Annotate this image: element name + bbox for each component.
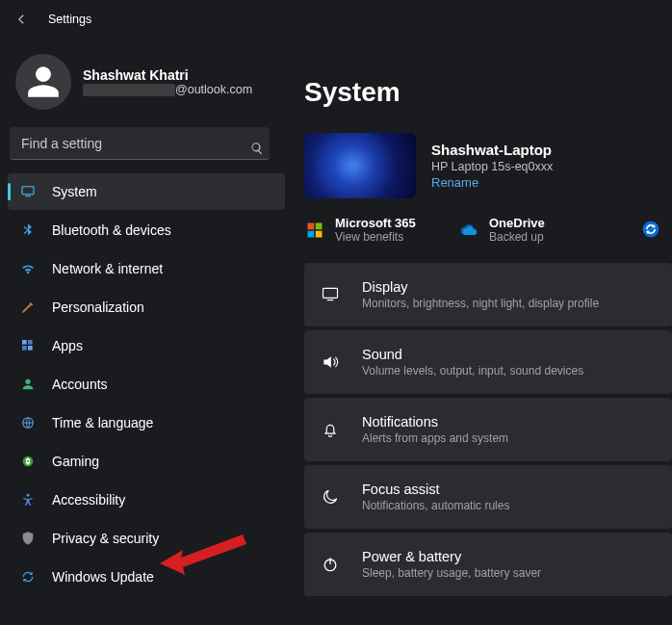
sync-icon[interactable] bbox=[641, 220, 662, 241]
accounts-icon bbox=[19, 376, 37, 393]
card-notifications[interactable]: Notifications Alerts from apps and syste… bbox=[304, 398, 672, 461]
svg-point-14 bbox=[643, 221, 659, 237]
card-title: Notifications bbox=[362, 414, 508, 430]
card-title: Display bbox=[362, 279, 599, 295]
profile-email-redacted bbox=[83, 84, 175, 96]
update-icon bbox=[19, 568, 37, 586]
profile-email: @outlook.com bbox=[83, 83, 252, 96]
svg-rect-3 bbox=[28, 340, 33, 345]
card-sub: Sleep, battery usage, battery saver bbox=[362, 566, 541, 580]
sidebar-item-windows-update[interactable]: Windows Update bbox=[8, 559, 285, 595]
titlebar-title: Settings bbox=[48, 13, 91, 26]
sidebar-item-apps[interactable]: Apps bbox=[8, 327, 285, 364]
sidebar-item-accounts[interactable]: Accounts bbox=[8, 366, 285, 403]
brush-icon bbox=[19, 299, 37, 316]
svg-rect-4 bbox=[22, 346, 27, 351]
microsoft-365-icon bbox=[304, 220, 325, 241]
sidebar-item-privacy[interactable]: Privacy & security bbox=[8, 520, 285, 557]
card-display[interactable]: Display Monitors, brightness, night ligh… bbox=[304, 263, 672, 326]
rename-link[interactable]: Rename bbox=[431, 175, 553, 190]
cloud-title: OneDrive bbox=[489, 216, 545, 230]
gaming-icon bbox=[19, 453, 37, 470]
microsoft-365-block[interactable]: Microsoft 365 View benefits bbox=[304, 216, 449, 244]
sidebar-item-label: Accounts bbox=[52, 377, 108, 392]
search-wrap bbox=[8, 123, 285, 173]
avatar bbox=[15, 54, 71, 110]
settings-cards: Display Monitors, brightness, night ligh… bbox=[304, 263, 672, 596]
sidebar-item-label: Network & internet bbox=[52, 261, 163, 276]
system-icon bbox=[19, 183, 37, 200]
card-sub: Monitors, brightness, night light, displ… bbox=[362, 297, 599, 310]
onedrive-icon bbox=[458, 220, 479, 241]
card-sub: Notifications, automatic rules bbox=[362, 499, 509, 512]
sidebar-item-label: Time & language bbox=[52, 415, 153, 430]
card-sound[interactable]: Sound Volume levels, output, input, soun… bbox=[304, 330, 672, 394]
moon-icon bbox=[320, 487, 341, 507]
svg-rect-15 bbox=[323, 288, 338, 298]
svg-rect-11 bbox=[316, 222, 323, 229]
cloud-title: Microsoft 365 bbox=[335, 216, 416, 230]
profile-block[interactable]: Shashwat Khatri @outlook.com bbox=[8, 46, 285, 123]
sidebar-item-label: Accessibility bbox=[52, 492, 125, 508]
main-pane: System Shashwat-Laptop HP Laptop 15s-eq0… bbox=[289, 39, 672, 625]
apps-icon bbox=[19, 337, 37, 354]
onedrive-block[interactable]: OneDrive Backed up bbox=[458, 216, 603, 244]
search-input[interactable] bbox=[10, 127, 270, 160]
sidebar-item-bluetooth[interactable]: Bluetooth & devices bbox=[8, 212, 285, 248]
sidebar-item-label: Gaming bbox=[52, 454, 99, 469]
cloud-sub: View benefits bbox=[335, 230, 416, 244]
sidebar-item-time-language[interactable]: Time & language bbox=[8, 404, 285, 441]
sidebar-item-label: Bluetooth & devices bbox=[52, 222, 171, 238]
svg-rect-1 bbox=[25, 195, 30, 196]
sidebar-item-system[interactable]: System bbox=[8, 173, 285, 210]
sound-icon bbox=[320, 352, 341, 372]
device-thumbnail bbox=[304, 133, 416, 198]
svg-rect-12 bbox=[308, 230, 315, 237]
svg-point-6 bbox=[25, 379, 30, 384]
svg-rect-16 bbox=[327, 299, 334, 300]
accessibility-icon bbox=[19, 491, 37, 508]
sidebar-item-accessibility[interactable]: Accessibility bbox=[8, 482, 285, 518]
card-sub: Alerts from apps and system bbox=[362, 431, 508, 445]
svg-rect-10 bbox=[308, 222, 315, 229]
card-sub: Volume levels, output, input, sound devi… bbox=[362, 364, 583, 378]
card-power-battery[interactable]: Power & battery Sleep, battery usage, ba… bbox=[304, 533, 672, 596]
sidebar-item-personalization[interactable]: Personalization bbox=[8, 289, 285, 326]
bell-icon bbox=[320, 420, 341, 439]
page-title: System bbox=[304, 77, 672, 108]
sidebar-item-label: Personalization bbox=[52, 299, 144, 315]
cloud-row: Microsoft 365 View benefits OneDrive Bac… bbox=[304, 216, 672, 244]
svg-rect-13 bbox=[316, 230, 323, 237]
svg-rect-0 bbox=[22, 187, 34, 195]
search-icon bbox=[250, 142, 264, 155]
sidebar: Shashwat Khatri @outlook.com System Blue… bbox=[0, 39, 289, 625]
profile-name: Shashwat Khatri bbox=[83, 67, 252, 83]
card-title: Focus assist bbox=[362, 482, 509, 497]
svg-rect-2 bbox=[22, 340, 27, 345]
sidebar-item-label: Apps bbox=[52, 338, 83, 353]
sidebar-nav: System Bluetooth & devices Network & int… bbox=[8, 173, 285, 595]
titlebar: Settings bbox=[0, 0, 672, 39]
wifi-icon bbox=[19, 260, 37, 277]
svg-rect-5 bbox=[28, 346, 33, 351]
device-model: HP Laptop 15s-eq0xxx bbox=[431, 160, 553, 173]
bluetooth-icon bbox=[19, 221, 37, 239]
sidebar-item-label: Privacy & security bbox=[52, 531, 159, 546]
power-icon bbox=[320, 555, 341, 574]
sidebar-item-network[interactable]: Network & internet bbox=[8, 250, 285, 287]
sidebar-item-label: System bbox=[52, 184, 97, 199]
card-focus-assist[interactable]: Focus assist Notifications, automatic ru… bbox=[304, 465, 672, 529]
globe-icon bbox=[19, 414, 37, 431]
cloud-sub: Backed up bbox=[489, 230, 545, 244]
card-title: Sound bbox=[362, 347, 583, 362]
device-name: Shashwat-Laptop bbox=[431, 142, 553, 158]
shield-icon bbox=[19, 530, 37, 547]
svg-point-9 bbox=[27, 494, 30, 497]
sidebar-item-label: Windows Update bbox=[52, 569, 154, 585]
device-row: Shashwat-Laptop HP Laptop 15s-eq0xxx Ren… bbox=[304, 133, 672, 198]
back-button[interactable] bbox=[12, 10, 31, 29]
sidebar-item-gaming[interactable]: Gaming bbox=[8, 443, 285, 480]
display-icon bbox=[320, 285, 341, 304]
card-title: Power & battery bbox=[362, 549, 541, 564]
